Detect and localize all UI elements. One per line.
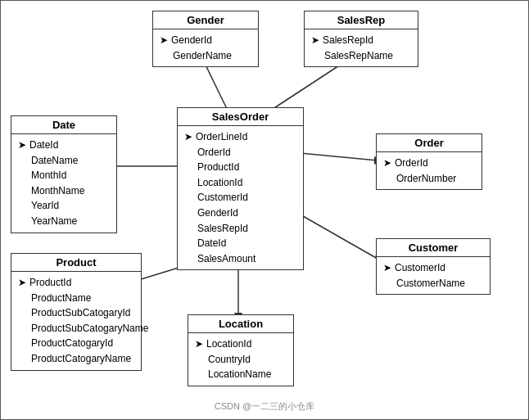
- entity-salesrep-title: SalesRep: [305, 11, 418, 29]
- diagram: Gender ➤GenderId GenderName SalesRep ➤Sa…: [0, 0, 529, 420]
- entity-product: Product ➤ProductId ProductName ProductSu…: [11, 253, 142, 371]
- watermark: CSDN @一二三的小仓库: [215, 400, 314, 413]
- entity-location-title: Location: [188, 315, 293, 333]
- entity-customer-title: Customer: [377, 239, 490, 257]
- entity-salesorder-title: SalesOrder: [178, 108, 303, 126]
- entity-location-body: ➤LocationId CountryId LocationName: [188, 333, 293, 386]
- entity-order-body: ➤OrderId OrderNumber: [377, 152, 482, 189]
- entity-order-title: Order: [377, 134, 482, 152]
- entity-salesrep: SalesRep ➤SalesRepId SalesRepName: [304, 11, 418, 67]
- svg-line-10: [292, 210, 378, 259]
- entity-date-title: Date: [11, 116, 116, 134]
- entity-customer: Customer ➤CustomerId CustomerName: [376, 238, 491, 295]
- entity-date: Date ➤DateId DateName MonthId MonthName …: [11, 115, 117, 233]
- entity-gender: Gender ➤GenderId GenderName: [152, 11, 259, 67]
- entity-date-body: ➤DateId DateName MonthId MonthName YearI…: [11, 134, 116, 233]
- entity-gender-title: Gender: [153, 11, 258, 29]
- svg-line-6: [292, 152, 378, 160]
- entity-customer-body: ➤CustomerId CustomerName: [377, 257, 490, 294]
- entity-order: Order ➤OrderId OrderNumber: [376, 133, 482, 190]
- entity-product-title: Product: [11, 254, 141, 272]
- entity-gender-body: ➤GenderId GenderName: [153, 29, 258, 66]
- entity-salesrep-body: ➤SalesRepId SalesRepName: [305, 29, 418, 66]
- entity-salesorder-body: ➤OrderLineId OrderId ProductId LocationI…: [178, 126, 303, 269]
- entity-product-body: ➤ProductId ProductName ProductSubCatogar…: [11, 272, 141, 370]
- entity-location: Location ➤LocationId CountryId LocationN…: [188, 314, 294, 386]
- entity-salesorder: SalesOrder ➤OrderLineId OrderId ProductI…: [177, 107, 304, 270]
